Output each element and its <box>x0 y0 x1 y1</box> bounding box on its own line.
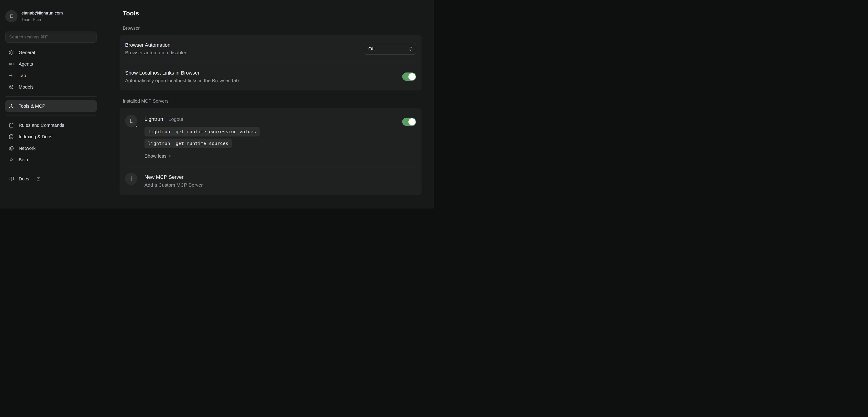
search-box <box>5 32 97 42</box>
sidebar-item-label: Tools & MCP <box>19 104 45 109</box>
chevron-up-down-icon <box>409 45 413 52</box>
sidebar-item-rules[interactable]: Rules and Commands <box>5 119 97 131</box>
unfold-less-icon <box>168 154 172 158</box>
sidebar-divider <box>5 115 97 116</box>
sidebar-item-tab[interactable]: Tab <box>5 70 97 81</box>
sidebar-item-label: Beta <box>19 157 28 163</box>
browser-automation-row: Browser Automation Browser automation di… <box>125 35 416 63</box>
gear-icon <box>9 50 14 55</box>
server-toggle-col <box>402 117 416 159</box>
browser-automation-select[interactable]: Off <box>364 43 416 55</box>
setting-subtitle: Automatically open localhost links in th… <box>125 77 239 83</box>
tool-chips: lightrun__get_runtime_expression_values … <box>145 127 402 148</box>
sidebar-item-general[interactable]: General <box>5 47 97 58</box>
server-name-row: Lightrun Logout <box>145 116 402 123</box>
clipboard-icon <box>9 123 14 128</box>
sidebar-item-label: Rules and Commands <box>19 123 64 128</box>
plus-avatar <box>125 173 137 185</box>
select-value: Off <box>368 46 375 51</box>
external-link-icon <box>36 177 40 181</box>
sidebar-nav: General Agents Tab Models Tools & MCP <box>5 47 97 184</box>
toggle-knob <box>408 73 415 80</box>
sidebar-item-agents[interactable]: Agents <box>5 58 97 70</box>
sidebar-item-models[interactable]: Models <box>5 81 97 93</box>
setting-title: Browser Automation <box>125 42 187 48</box>
account-button[interactable]: E elanab@lightrun.com Team Plan <box>5 10 97 22</box>
new-server-title: New MCP Server <box>145 174 203 180</box>
mcp-servers-card: L Lightrun Logout lightrun__get_runtime_… <box>120 108 422 195</box>
new-server-text: New MCP Server Add a Custom MCP Server <box>145 174 203 188</box>
sidebar-item-label: General <box>19 50 35 55</box>
server-name: Lightrun <box>145 116 163 123</box>
sidebar: E elanab@lightrun.com Team Plan General … <box>0 0 102 209</box>
tool-chip: lightrun__get_runtime_expression_values <box>145 127 259 136</box>
book-open-icon <box>9 176 14 181</box>
sidebar-item-tools-mcp[interactable]: Tools & MCP <box>5 100 97 112</box>
browser-automation-text: Browser Automation Browser automation di… <box>125 42 187 56</box>
sidebar-item-label: Docs <box>19 176 29 181</box>
new-server-subtitle: Add a Custom MCP Server <box>145 182 203 188</box>
browser-settings-card: Browser Automation Browser automation di… <box>120 35 422 91</box>
sidebar-item-label: Indexing & Docs <box>19 134 52 139</box>
page-title: Tools <box>123 9 422 18</box>
sidebar-item-label: Network <box>19 146 35 151</box>
sidebar-item-label: Agents <box>19 62 33 67</box>
localhost-links-row: Show Localhost Links in Browser Automati… <box>125 63 416 91</box>
arrow-to-bar-icon <box>9 73 14 78</box>
infinity-icon <box>9 62 14 67</box>
sidebar-item-network[interactable]: Network <box>5 142 97 154</box>
sidebar-item-label: Models <box>19 84 33 90</box>
main-content: Tools Browser Browser Automation Browser… <box>102 0 434 209</box>
settings-window: E elanab@lightrun.com Team Plan General … <box>0 0 434 209</box>
sidebar-item-indexing[interactable]: Indexing & Docs <box>5 131 97 142</box>
mcp-server-row: L Lightrun Logout lightrun__get_runtime_… <box>125 108 416 166</box>
nodes-icon <box>9 104 14 109</box>
search-input[interactable] <box>5 32 97 42</box>
database-icon <box>9 134 14 139</box>
plus-icon <box>128 175 135 182</box>
logout-link[interactable]: Logout <box>168 116 183 122</box>
browser-section-label: Browser <box>123 25 422 31</box>
new-mcp-server-row[interactable]: New MCP Server Add a Custom MCP Server <box>125 166 416 195</box>
mcp-server-toggle[interactable] <box>402 117 416 126</box>
localhost-links-toggle[interactable] <box>402 72 416 81</box>
avatar: E <box>5 10 18 22</box>
globe-icon <box>9 146 14 151</box>
account-email: elanab@lightrun.com <box>22 10 63 16</box>
localhost-links-text: Show Localhost Links in Browser Automati… <box>125 70 239 83</box>
sidebar-item-label: Tab <box>19 73 26 78</box>
toggle-knob <box>408 118 415 126</box>
show-less-label: Show less <box>145 153 166 159</box>
sidebar-item-beta[interactable]: Beta <box>5 154 97 166</box>
server-avatar-wrap: L <box>125 115 137 127</box>
mcp-section-label: Installed MCP Servers <box>123 98 422 104</box>
setting-subtitle: Browser automation disabled <box>125 50 187 56</box>
sidebar-item-docs[interactable]: Docs <box>5 173 97 184</box>
status-dot <box>135 125 138 128</box>
chevrons-right-icon <box>9 157 14 162</box>
server-details: Lightrun Logout lightrun__get_runtime_ex… <box>145 116 402 159</box>
cube-icon <box>9 84 14 90</box>
tool-chip: lightrun__get_runtime_sources <box>145 139 232 148</box>
setting-title: Show Localhost Links in Browser <box>125 70 239 76</box>
account-plan: Team Plan <box>22 17 63 22</box>
show-less-button[interactable]: Show less <box>145 153 172 159</box>
account-info: elanab@lightrun.com Team Plan <box>22 10 63 22</box>
